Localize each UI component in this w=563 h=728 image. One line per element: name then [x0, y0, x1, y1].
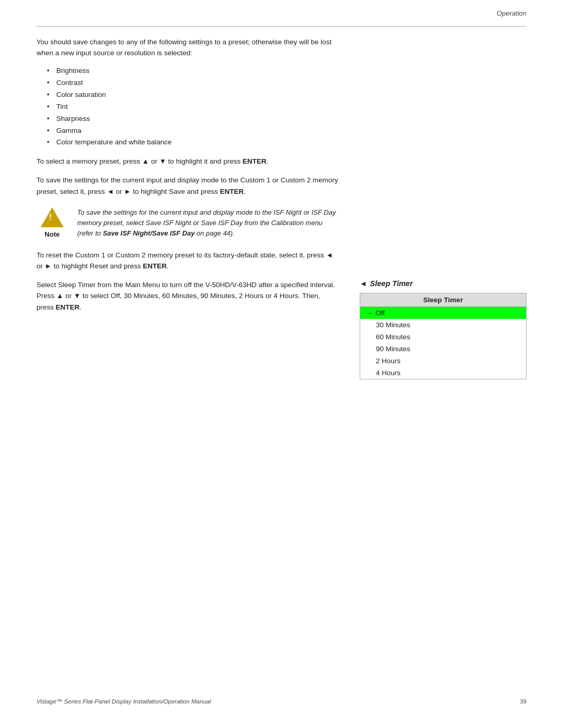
sleep-timer-suffix: .	[80, 303, 82, 311]
bullet-item: Tint	[47, 101, 527, 113]
sleep-timer-heading: ◄ Sleep Timer	[360, 279, 527, 288]
bullet-item: Gamma	[47, 125, 527, 137]
right-col: ◄ Sleep Timer Sleep Timer →Off30 Minutes…	[360, 279, 527, 379]
note-box: Note To save the settings for the curren…	[36, 207, 339, 239]
sleep-timer-row: 30 Minutes	[360, 319, 527, 331]
paragraph2: To select a memory preset, press ▲ or ▼ …	[36, 156, 339, 167]
bullet-item: Contrast	[47, 77, 527, 89]
sleep-timer-row-cell: 60 Minutes	[360, 331, 527, 343]
sleep-timer-row-cell: 4 Hours	[360, 367, 527, 379]
paragraph3-suffix: .	[243, 188, 246, 195]
sleep-timer-row: 60 Minutes	[360, 331, 527, 343]
bullet-item: Sharpness	[47, 113, 527, 125]
paragraph2-suffix: .	[266, 157, 268, 165]
note-bold-text: Save ISF Night/Save ISF Day	[103, 229, 194, 237]
bullet-item: Brightness	[47, 65, 527, 77]
note-triangle-icon	[41, 207, 64, 227]
sleep-timer-row: 90 Minutes	[360, 343, 527, 355]
sleep-timer-row-cell: 30 Minutes	[360, 319, 527, 331]
note-label: Note	[45, 230, 60, 238]
sleep-timer-row-cell: 2 Hours	[360, 355, 527, 367]
footer-manual-title: Vistage™ Series Flat-Panel Display Insta…	[36, 698, 211, 705]
sleep-timer-heading-arrow: ◄	[360, 279, 367, 288]
reset-text: To reset the Custom 1 or Custom 2 memory…	[36, 251, 333, 270]
sleep-timer-row: 2 Hours	[360, 355, 527, 367]
sleep-timer-row-cell: 90 Minutes	[360, 343, 527, 355]
left-col: Select Sleep Timer from the Main Menu to…	[36, 279, 339, 320]
bottom-section: Select Sleep Timer from the Main Menu to…	[36, 279, 527, 379]
intro-paragraph1: You should save changes to any of the fo…	[36, 37, 339, 59]
footer-page-number: 39	[520, 698, 527, 705]
paragraph3-text: To save the settings for the current inp…	[36, 176, 338, 195]
reset-bold: ENTER	[143, 262, 167, 270]
reset-suffix: .	[167, 262, 169, 270]
bullet-list: BrightnessContrastColor saturationTintSh…	[47, 65, 527, 149]
paragraph2-text: To select a memory preset, press ▲ or ▼ …	[36, 157, 242, 165]
operation-label: Operation	[497, 9, 527, 17]
sleep-timer-row-cell: →Off	[360, 306, 527, 319]
sleep-timer-bold: ENTER	[56, 303, 80, 311]
sleep-timer-paragraph: Select Sleep Timer from the Main Menu to…	[36, 279, 339, 313]
paragraph2-bold: ENTER	[242, 157, 266, 165]
paragraph3: To save the settings for the current inp…	[36, 175, 339, 197]
sleep-timer-table: Sleep Timer →Off30 Minutes60 Minutes90 M…	[360, 293, 527, 379]
bullet-item: Color saturation	[47, 89, 527, 101]
sleep-timer-row: →Off	[360, 306, 527, 319]
sleep-timer-heading-text: Sleep Timer	[370, 279, 413, 288]
row-arrow-icon: →	[365, 309, 373, 317]
bullet-item: Color temperature and white balance	[47, 137, 527, 149]
note-text2: on page 44).	[194, 229, 235, 237]
note-text: To save the settings for the current inp…	[77, 207, 339, 239]
header-rule	[36, 26, 527, 27]
paragraph3-bold: ENTER	[220, 188, 244, 195]
reset-paragraph: To reset the Custom 1 or Custom 2 memory…	[36, 250, 339, 272]
footer: Vistage™ Series Flat-Panel Display Insta…	[36, 698, 527, 705]
sleep-timer-table-header: Sleep Timer	[360, 293, 527, 306]
note-icon-area: Note	[36, 207, 68, 238]
page: Operation You should save changes to any…	[0, 0, 563, 728]
sleep-timer-row: 4 Hours	[360, 367, 527, 379]
